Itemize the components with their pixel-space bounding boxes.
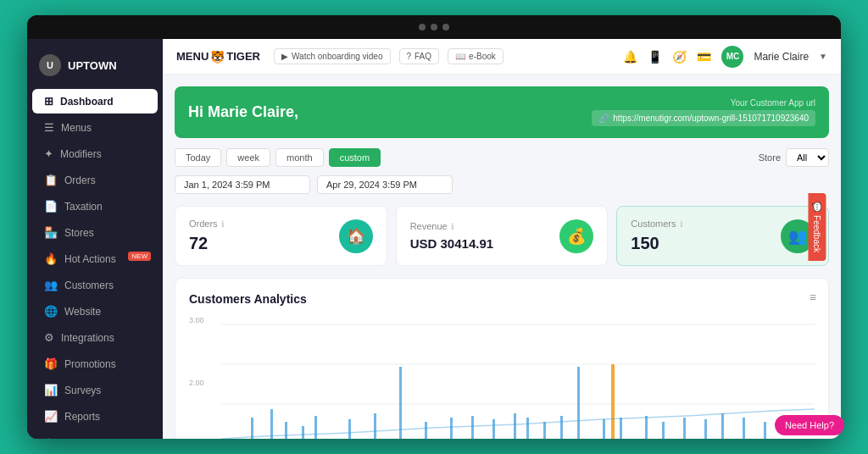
sidebar-item-label: Modifiers <box>60 148 102 160</box>
store-filter: Store All <box>759 148 829 167</box>
chart-inner <box>221 316 815 439</box>
date-to-input[interactable] <box>317 175 453 194</box>
sidebar-item-hot-actions[interactable]: 🔥 Hot Actions NEW <box>32 246 158 271</box>
orders-label: Orders ℹ <box>189 219 225 229</box>
filters-row: Today week month custom Store All <box>175 148 829 167</box>
ebook-button[interactable]: 📖 e-Book <box>448 48 504 64</box>
stores-icon: 🏪 <box>44 226 58 239</box>
sidebar-item-label: Hot Actions <box>64 253 116 265</box>
sidebar-item-dashboard[interactable]: ⊞ Dashboard <box>32 89 158 114</box>
website-icon: 🌐 <box>44 305 58 318</box>
settings-icon: ⚙ <box>44 436 54 439</box>
sidebar-item-reports[interactable]: 📈 Reports <box>32 404 158 429</box>
filter-today[interactable]: Today <box>175 148 221 167</box>
faq-button[interactable]: ? FAQ <box>399 48 440 64</box>
sidebar-item-label: Stores <box>64 227 94 239</box>
user-name: Marie Claire <box>754 51 809 63</box>
stat-card-orders: Orders ℹ 72 🏠 <box>175 206 387 266</box>
sidebar-item-label: Surveys <box>64 385 101 396</box>
compass-icon[interactable]: 🧭 <box>672 50 687 64</box>
filter-week[interactable]: week <box>226 148 270 167</box>
tiger-icon: 🐯 <box>210 50 225 64</box>
user-avatar: MC <box>721 46 743 68</box>
feedback-tab[interactable]: 💬 Feedback <box>809 193 826 261</box>
svg-rect-5 <box>270 409 273 439</box>
onboarding-button[interactable]: ▶ Watch onboarding video <box>274 48 390 64</box>
chevron-down-icon[interactable]: ▼ <box>819 52 827 61</box>
svg-rect-15 <box>492 419 495 439</box>
sidebar-item-taxation[interactable]: 📄 Taxation <box>32 194 158 219</box>
store-select[interactable]: All <box>786 148 829 167</box>
sidebar-item-orders[interactable]: 📋 Orders <box>32 168 158 192</box>
faq-icon: ? <box>407 52 412 61</box>
stat-card-revenue: Revenue ℹ USD 30414.91 💰 <box>396 206 609 266</box>
sidebar-item-label: Menus <box>61 122 92 134</box>
sidebar-item-integrations[interactable]: ⚙ Integrations <box>32 325 158 350</box>
menus-icon: ☰ <box>44 121 54 134</box>
svg-rect-19 <box>560 416 563 439</box>
sidebar-item-customers[interactable]: 👥 Customers <box>32 273 158 297</box>
brand-header: U UPTOWN <box>27 47 163 88</box>
url-text[interactable]: https://menutigr.com/uptown-grill-151071… <box>613 114 809 123</box>
revenue-icon: 💰 <box>559 219 593 253</box>
svg-rect-4 <box>251 418 253 439</box>
svg-rect-26 <box>704 419 707 439</box>
sidebar-item-label: Integrations <box>61 332 114 344</box>
orders-icon: 📋 <box>44 174 58 186</box>
sidebar-item-label: Customers <box>64 280 114 291</box>
sidebar-item-website[interactable]: 🌐 Website <box>32 299 158 324</box>
filter-month[interactable]: month <box>275 148 324 167</box>
svg-rect-10 <box>374 413 376 439</box>
svg-rect-27 <box>721 413 724 439</box>
logo-text: MENU <box>176 50 209 63</box>
app-logo: MENU 🐯 TIGER <box>176 50 260 64</box>
filter-custom[interactable]: custom <box>329 148 381 167</box>
sidebar-item-surveys[interactable]: 📊 Surveys <box>32 378 158 402</box>
url-section: Your Customer App url 🔗 https://menutigr… <box>592 98 815 126</box>
dashboard-icon: ⊞ <box>44 95 53 108</box>
need-help-label: Need Help? <box>785 420 834 430</box>
date-row <box>175 175 829 194</box>
hot-actions-icon: 🔥 <box>44 252 58 265</box>
chart-menu-icon[interactable]: ≡ <box>810 291 816 304</box>
link-icon: 🔗 <box>598 114 609 123</box>
svg-rect-30 <box>611 364 615 439</box>
onboarding-label: Watch onboarding video <box>292 52 382 61</box>
svg-rect-25 <box>683 418 686 439</box>
sidebar-item-modifiers[interactable]: ✦ Modifiers <box>32 141 158 166</box>
modifiers-icon: ✦ <box>44 147 53 160</box>
orders-icon: 🏠 <box>339 219 373 253</box>
sidebar-item-menus[interactable]: ☰ Menus <box>32 115 158 140</box>
sidebar-item-settings[interactable]: ⚙ Settings <box>32 430 158 439</box>
revenue-label: Revenue ℹ <box>410 221 493 231</box>
chart-area: 3.00 2.00 1.00 <box>189 316 815 439</box>
sidebar-item-label: Dashboard <box>60 96 114 108</box>
customers-icon: 👥 <box>44 279 58 291</box>
sidebar: U UPTOWN ⊞ Dashboard ☰ Menus ✦ Modifiers… <box>27 39 163 439</box>
sidebar-item-label: Promotions <box>64 358 116 370</box>
info-icon: ℹ <box>451 222 454 231</box>
sidebar-item-label: Settings <box>61 437 97 440</box>
need-help-button[interactable]: Need Help? <box>775 415 844 435</box>
store-label: Store <box>759 152 781 163</box>
page-content: Hi Marie Claire, Your Customer App url 🔗… <box>163 75 841 439</box>
info-icon: ℹ <box>680 219 683 229</box>
bell-icon[interactable]: 🔔 <box>623 50 637 64</box>
svg-rect-7 <box>302 426 304 439</box>
new-badge: NEW <box>128 252 151 261</box>
sidebar-item-stores[interactable]: 🏪 Stores <box>32 220 158 245</box>
chart-section: Customers Analytics ≡ 3.00 2.00 1.00 <box>175 278 829 439</box>
logo-suffix: TIGER <box>226 50 260 63</box>
chart-svg <box>221 316 815 439</box>
card-icon[interactable]: 💳 <box>697 50 711 64</box>
mobile-icon[interactable]: 📱 <box>648 50 662 64</box>
surveys-icon: 📊 <box>44 384 58 396</box>
taxation-icon: 📄 <box>44 200 58 213</box>
sidebar-item-promotions[interactable]: 🎁 Promotions <box>32 352 158 376</box>
date-from-input[interactable] <box>175 175 310 194</box>
ebook-label: e-Book <box>469 52 496 61</box>
main-content: MENU 🐯 TIGER ▶ Watch onboarding video ? … <box>163 39 841 439</box>
svg-rect-6 <box>285 422 287 439</box>
svg-rect-14 <box>471 416 474 439</box>
svg-rect-20 <box>577 367 580 439</box>
